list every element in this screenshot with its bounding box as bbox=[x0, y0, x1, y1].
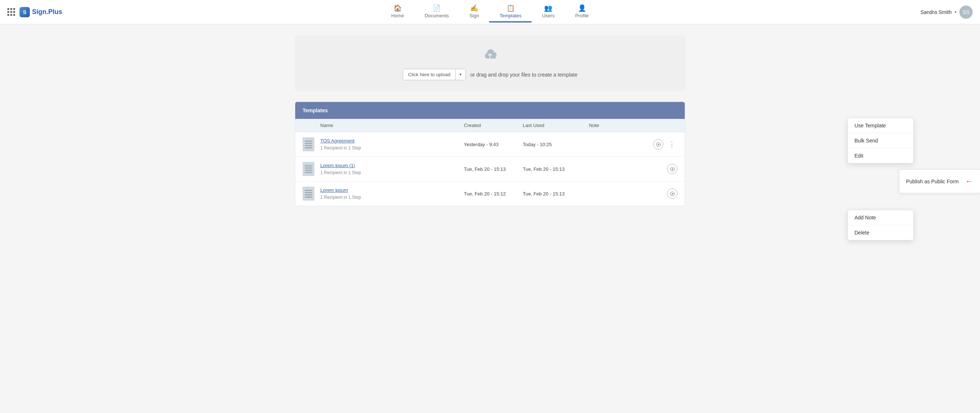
doc-line-4 bbox=[305, 197, 312, 198]
svg-marker-5 bbox=[672, 193, 674, 195]
template-sub-text: 1 Recipient in 1 Step bbox=[320, 195, 361, 200]
doc-line-4 bbox=[305, 172, 312, 173]
context-menu-item-add-note[interactable]: Add Note bbox=[848, 210, 913, 225]
nav-item-sign[interactable]: ✍️ Sign bbox=[459, 2, 489, 22]
template-created: Tue, Feb 20 - 15:12 bbox=[464, 191, 523, 197]
template-name-link[interactable]: Lorem ipsum (1) bbox=[320, 163, 464, 168]
doc-line-4 bbox=[305, 147, 312, 148]
col-icon-spacer bbox=[302, 122, 320, 128]
template-name-cell: Lorem ipsum (1) 1 Recipient in 1 Step bbox=[320, 163, 464, 176]
context-menu-item-edit[interactable]: Edit bbox=[848, 148, 913, 163]
doc-line-3 bbox=[305, 194, 312, 195]
doc-line-2 bbox=[305, 167, 312, 168]
doc-line-1 bbox=[305, 190, 312, 191]
doc-line-1 bbox=[305, 141, 312, 142]
doc-line-1 bbox=[305, 165, 312, 166]
nav-item-templates[interactable]: 📋 Templates bbox=[489, 2, 531, 22]
template-last-used: Tue, Feb 20 - 15:13 bbox=[523, 166, 589, 172]
nav-item-home[interactable]: 🏠 Home bbox=[381, 2, 415, 22]
col-header-note: Note bbox=[589, 122, 648, 128]
avatar-initials: SS bbox=[963, 9, 970, 15]
arrow-right-indicator: ← bbox=[965, 177, 973, 186]
template-last-used: Tue, Feb 20 - 15:13 bbox=[523, 191, 589, 197]
app-logo[interactable]: S Sign.Plus bbox=[19, 7, 62, 17]
col-header-name: Name bbox=[320, 122, 464, 128]
upload-area: Click here to upload ▾ or drag and drop … bbox=[295, 35, 685, 91]
col-header-last-used: Last Used bbox=[523, 122, 589, 128]
template-name-link[interactable]: TOS Agreement bbox=[320, 138, 464, 143]
templates-icon: 📋 bbox=[507, 5, 515, 11]
table-header: Templates bbox=[295, 102, 685, 119]
logo-icon: S bbox=[19, 7, 30, 17]
context-menu-lower: Add Note Delete bbox=[848, 210, 914, 240]
table-title: Templates bbox=[302, 108, 328, 113]
upload-click-button[interactable]: Click here to upload bbox=[403, 69, 456, 80]
template-name-link[interactable]: Lorem ipsum bbox=[320, 187, 464, 193]
row-actions bbox=[648, 164, 678, 174]
document-icon bbox=[302, 187, 314, 201]
row-actions: ⋮ bbox=[648, 139, 678, 150]
navbar-left: S Sign.Plus bbox=[7, 7, 74, 17]
user-dropdown-chevron[interactable]: ▾ bbox=[955, 10, 956, 14]
table-row: Lorem ipsum (1) 1 Recipient in 1 Step Tu… bbox=[295, 157, 685, 181]
doc-line-3 bbox=[305, 145, 312, 146]
upload-drag-text: or drag and drop your files to create a … bbox=[470, 72, 577, 78]
nav-item-profile[interactable]: 👤 Profile bbox=[565, 2, 599, 22]
row-more-options-button[interactable]: ⋮ bbox=[667, 139, 678, 150]
context-menu-item-use-template[interactable]: Use Template bbox=[848, 118, 913, 133]
main-content: Click here to upload ▾ or drag and drop … bbox=[288, 24, 692, 217]
template-name-cell: Lorem ipsum 1 Recipient in 1 Step bbox=[320, 187, 464, 200]
avatar[interactable]: SS bbox=[959, 6, 973, 19]
nav-label-sign: Sign bbox=[469, 13, 479, 18]
templates-table-container: Templates Name Created Last Used Note TO… bbox=[295, 102, 685, 206]
documents-icon: 📄 bbox=[433, 5, 441, 11]
upload-button-group: Click here to upload ▾ bbox=[403, 69, 466, 80]
table-columns: Name Created Last Used Note bbox=[295, 119, 685, 132]
template-created: Tue, Feb 20 - 15:13 bbox=[464, 166, 523, 172]
use-template-play-button[interactable] bbox=[653, 139, 663, 149]
navbar: S Sign.Plus 🏠 Home 📄 Documents ✍️ Sign 📋… bbox=[0, 0, 980, 24]
doc-line-2 bbox=[305, 192, 312, 193]
table-row: Lorem ipsum 1 Recipient in 1 Step Tue, F… bbox=[295, 181, 685, 206]
profile-icon: 👤 bbox=[578, 5, 586, 11]
nav-label-users: Users bbox=[542, 13, 554, 18]
doc-line-3 bbox=[305, 170, 312, 171]
template-created: Yesterday - 9:43 bbox=[464, 142, 523, 147]
nav-item-users[interactable]: 👥 Users bbox=[531, 2, 565, 22]
navbar-right: Sandra Smith ▾ SS bbox=[906, 6, 973, 19]
svg-marker-1 bbox=[658, 143, 660, 145]
user-name: Sandra Smith bbox=[920, 9, 951, 15]
row-actions bbox=[648, 189, 678, 199]
sign-icon: ✍️ bbox=[470, 5, 478, 11]
nav-label-profile: Profile bbox=[575, 13, 589, 18]
context-menu-item-bulk-send[interactable]: Bulk Send bbox=[848, 133, 913, 148]
template-name-cell: TOS Agreement 1 Recipient in 1 Step bbox=[320, 138, 464, 151]
svg-marker-3 bbox=[672, 168, 674, 170]
publish-public-form-label[interactable]: Publish as Public Form bbox=[906, 178, 959, 184]
template-sub-text: 1 Recipient in 1 Step bbox=[320, 145, 361, 151]
upload-dropdown-toggle[interactable]: ▾ bbox=[456, 70, 465, 79]
template-last-used: Today - 10:25 bbox=[523, 142, 589, 147]
use-template-play-button[interactable] bbox=[667, 164, 678, 174]
document-icon bbox=[302, 137, 314, 151]
template-sub-text: 1 Recipient in 1 Step bbox=[320, 170, 361, 175]
home-icon: 🏠 bbox=[393, 5, 402, 11]
context-menu-item-delete[interactable]: Delete bbox=[848, 225, 913, 240]
upload-cloud-icon bbox=[481, 46, 499, 64]
navbar-center: 🏠 Home 📄 Documents ✍️ Sign 📋 Templates 👥… bbox=[74, 2, 906, 22]
upload-controls: Click here to upload ▾ or drag and drop … bbox=[403, 69, 578, 80]
doc-line-2 bbox=[305, 143, 312, 144]
document-icon bbox=[302, 162, 314, 176]
nav-item-documents[interactable]: 📄 Documents bbox=[414, 2, 459, 22]
context-menu: Use Template Bulk Send Edit bbox=[848, 118, 914, 164]
app-name: Sign.Plus bbox=[32, 8, 62, 16]
users-icon: 👥 bbox=[544, 5, 552, 11]
nav-label-templates: Templates bbox=[500, 13, 521, 18]
nav-label-documents: Documents bbox=[425, 13, 449, 18]
col-header-actions bbox=[648, 122, 678, 128]
nav-label-home: Home bbox=[391, 13, 404, 18]
use-template-play-button[interactable] bbox=[667, 189, 678, 199]
table-row: TOS Agreement 1 Recipient in 1 Step Yest… bbox=[295, 132, 685, 157]
apps-menu-icon[interactable] bbox=[7, 8, 15, 16]
publish-as-public-form-section: Publish as Public Form ← bbox=[899, 169, 980, 193]
